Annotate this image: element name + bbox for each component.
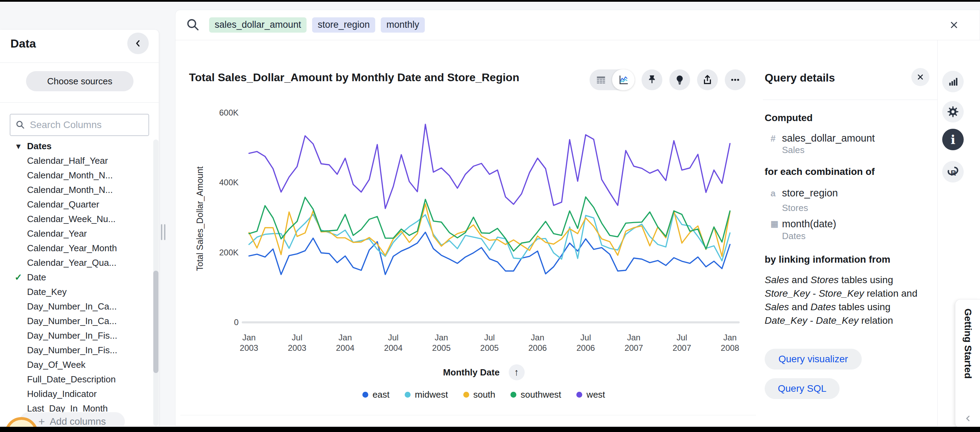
computed-field-name[interactable]: sales_dollar_amount: [782, 132, 875, 144]
sort-ascending-button[interactable]: ↑: [509, 364, 525, 380]
column-row[interactable]: Calendar_Month_N...: [0, 183, 151, 197]
column-group-row[interactable]: ▾Dates: [0, 139, 151, 153]
choose-sources-button[interactable]: Choose sources: [26, 71, 134, 91]
column-row[interactable]: Calendar_Year: [0, 226, 151, 241]
query-details-panel: Query details Computed # sales_dollar_am…: [763, 40, 937, 426]
y-tick-label: 400K: [194, 178, 239, 187]
search-token[interactable]: monthly: [381, 18, 425, 33]
y-tick-label: 600K: [194, 108, 239, 118]
column-label: Calendar_Month_N...: [27, 185, 113, 195]
linking-segment: relation: [859, 315, 893, 326]
series-line-west[interactable]: [249, 124, 730, 209]
column-label: Calendar_Month_N...: [27, 170, 113, 181]
column-label: Full_Date_Description: [27, 374, 116, 385]
column-label: Day_Number_In_Fis...: [27, 330, 117, 341]
column-row[interactable]: ✓Date: [0, 270, 151, 285]
column-row[interactable]: Calendar_Week_Nu...: [0, 212, 151, 226]
legend-label: east: [372, 389, 390, 400]
export-button[interactable]: [697, 69, 718, 90]
more-button[interactable]: [725, 69, 746, 90]
chart-legend: eastmidwestsouthsouthwestwest: [229, 389, 739, 400]
chart-view-button[interactable]: [612, 69, 635, 90]
number-icon: #: [770, 133, 775, 144]
column-label: Date: [27, 272, 46, 283]
y-tick-label: 0: [194, 317, 239, 327]
column-row[interactable]: Calendar_Month_N...: [0, 168, 151, 183]
table-view-button[interactable]: [590, 69, 612, 90]
legend-item-southwest[interactable]: southwest: [511, 389, 561, 400]
legend-item-west[interactable]: west: [576, 389, 605, 400]
legend-item-midwest[interactable]: midwest: [405, 389, 448, 400]
column-row[interactable]: Day_Number_In_Ca...: [0, 314, 151, 328]
column-row[interactable]: Calendar_Quarter: [0, 197, 151, 212]
table-icon: [595, 74, 607, 86]
query-sql-button[interactable]: Query SQL: [765, 378, 840, 399]
x-tick-label: Jul2004: [366, 332, 421, 353]
legend-item-east[interactable]: east: [363, 389, 390, 400]
legend-item-south[interactable]: south: [463, 389, 496, 400]
query-search-bar[interactable]: sales_dollar_amountstore_regionmonthly: [175, 10, 980, 40]
close-icon[interactable]: [949, 20, 959, 30]
sales-line-chart[interactable]: [229, 111, 739, 325]
series-line-east[interactable]: [249, 232, 730, 274]
computed-heading: Computed: [765, 112, 813, 124]
chevron-left-icon[interactable]: [963, 414, 972, 423]
column-row[interactable]: Calendar_Year_Month: [0, 241, 151, 255]
series-line-southwest[interactable]: [249, 197, 730, 251]
column-row[interactable]: Calendar_Half_Year: [0, 153, 151, 168]
divider: [180, 415, 756, 415]
lightbulb-button[interactable]: [669, 69, 690, 90]
panel-resize-handle[interactable]: [161, 224, 167, 240]
info-button[interactable]: i: [942, 129, 964, 150]
linking-segment: Sales: [765, 274, 789, 285]
column-row[interactable]: Day_Number_In_Fis...: [0, 328, 151, 343]
panel-scrollbar-thumb[interactable]: [153, 271, 159, 373]
column-row[interactable]: Full_Date_Description: [0, 372, 151, 387]
column-label: Calendar_Year_Month: [27, 243, 117, 253]
combination-field-name[interactable]: store_region: [782, 187, 838, 199]
column-label: Calendar_Year_Qua...: [27, 257, 116, 268]
chart-panel-button[interactable]: [942, 71, 964, 92]
ellipsis-icon: [729, 74, 741, 86]
x-tick-label: Jul2007: [654, 332, 710, 353]
column-row[interactable]: Day_Of_Week: [0, 357, 151, 372]
column-search-input[interactable]: [30, 120, 134, 131]
search-token[interactable]: store_region: [312, 18, 375, 33]
r-language-button[interactable]: R: [942, 161, 964, 183]
combination-field-name[interactable]: month(date): [782, 218, 836, 230]
column-row[interactable]: Calendar_Year_Qua...: [0, 255, 151, 270]
series-line-midwest[interactable]: [249, 213, 730, 261]
column-label: Calendar_Year: [27, 228, 87, 239]
linking-segment: Date_Key: [765, 315, 807, 326]
svg-text:R: R: [951, 169, 956, 177]
bar-chart-icon: [947, 76, 959, 88]
caret-down-icon[interactable]: ▾: [13, 141, 24, 151]
search-token[interactable]: sales_dollar_amount: [209, 18, 307, 33]
query-visualizer-button[interactable]: Query visualizer: [765, 349, 862, 370]
column-row[interactable]: Day_Number_In_Ca...: [0, 299, 151, 314]
settings-button[interactable]: [942, 101, 964, 123]
collapse-panel-button[interactable]: [127, 33, 149, 54]
column-list: ▾DatesCalendar_Half_YearCalendar_Month_N…: [0, 139, 151, 426]
legend-label: south: [473, 389, 496, 400]
column-label: Calendar_Quarter: [27, 199, 99, 210]
query-details-close-button[interactable]: [912, 68, 929, 86]
column-row[interactable]: Date_Key: [0, 285, 151, 299]
column-search-box[interactable]: [10, 114, 149, 136]
chart-toolbar: [590, 69, 746, 90]
column-row[interactable]: Day_Number_In_Fis...: [0, 343, 151, 357]
legend-label: southwest: [520, 389, 561, 400]
choose-sources-label: Choose sources: [47, 76, 112, 87]
plus-icon: +: [38, 415, 45, 428]
pin-button[interactable]: [641, 69, 662, 90]
column-label: Holiday_Indicator: [27, 389, 97, 399]
text-icon: a: [770, 188, 775, 199]
x-axis-title: Monthly Date: [443, 367, 500, 378]
info-icon: i: [951, 133, 955, 146]
query-details-title: Query details: [765, 72, 835, 84]
column-row[interactable]: Holiday_Indicator: [0, 387, 151, 401]
linking-segment: Date_Key: [816, 315, 859, 326]
column-label: Day_Of_Week: [27, 359, 86, 370]
getting-started-tab[interactable]: Getting Started: [955, 299, 980, 428]
arrow-up-icon: ↑: [514, 367, 519, 378]
